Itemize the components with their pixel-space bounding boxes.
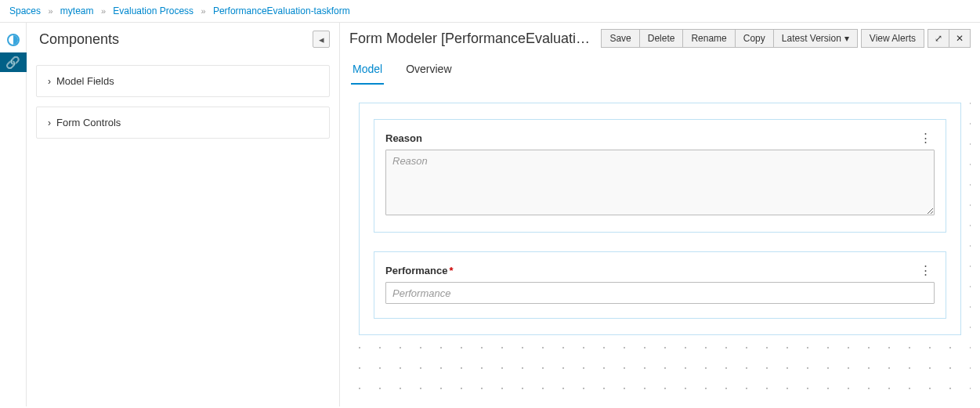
tab-overview[interactable]: Overview [404,58,453,85]
form-container: Reason ⋮ Performance* ⋮ [359,103,961,335]
close-button[interactable]: ✕ [949,29,971,48]
view-alerts-button[interactable]: View Alerts [861,29,924,48]
breadcrumb-taskform[interactable]: PerformanceEvaluation-taskform [213,5,350,16]
breadcrumb-sep: » [101,6,106,16]
breadcrumb-myteam[interactable]: myteam [60,5,94,16]
accordion-label: Form Controls [56,117,121,128]
project-explorer-icon[interactable]: 🔗 [0,52,27,72]
field-label-performance: Performance* [385,265,454,276]
breadcrumb-evalprocess[interactable]: Evaluation Process [113,5,193,16]
version-dropdown[interactable]: Latest Version▾ [773,29,858,48]
field-group-reason[interactable]: Reason ⋮ [374,119,946,233]
chevron-left-icon: ◂ [319,34,324,45]
delete-button[interactable]: Delete [639,29,683,48]
breadcrumb: Spaces » myteam » Evaluation Process » P… [0,0,980,22]
rename-button[interactable]: Rename [682,29,734,48]
breadcrumb-sep: » [201,6,205,16]
expand-button[interactable]: ⤢ [928,29,949,48]
breadcrumb-sep: » [48,6,52,16]
kebab-icon[interactable]: ⋮ [917,263,935,277]
required-indicator: * [449,265,453,276]
copy-button[interactable]: Copy [735,29,773,48]
expand-icon: ⤢ [935,33,942,44]
chevron-right-icon: › [48,117,51,128]
accordion-label: Model Fields [56,75,114,87]
version-label: Latest Version [782,33,841,44]
content-area: Form Modeler [PerformanceEvaluation-task… [340,23,980,406]
left-rail: 🔗 [0,23,27,406]
form-canvas[interactable]: Reason ⋮ Performance* ⋮ [349,93,971,399]
close-icon: ✕ [956,33,964,44]
accordion-form-controls[interactable]: › Form Controls [36,107,330,139]
breadcrumb-spaces[interactable]: Spaces [9,5,41,16]
save-button[interactable]: Save [601,29,638,48]
performance-input[interactable] [385,282,935,304]
kebab-icon[interactable]: ⋮ [917,131,935,145]
toolbar: Save Delete Rename Copy Latest Version▾ … [601,29,971,48]
page-title: Form Modeler [PerformanceEvaluation-task… [349,31,593,47]
reason-textarea[interactable] [385,150,935,215]
accordion-model-fields[interactable]: › Model Fields [36,65,330,97]
field-label-reason: Reason [385,132,422,144]
performance-label-text: Performance [385,265,447,276]
contrast-icon[interactable] [7,34,20,46]
chevron-down-icon: ▾ [844,33,849,44]
components-sidebar: Components ◂ › Model Fields › Form Contr… [27,23,340,406]
tab-model[interactable]: Model [351,58,384,85]
components-title: Components [39,31,119,48]
collapse-sidebar-button[interactable]: ◂ [313,31,330,48]
field-group-performance[interactable]: Performance* ⋮ [374,251,946,319]
tabs: Model Overview [340,52,980,85]
link-icon: 🔗 [5,56,20,68]
chevron-right-icon: › [48,76,51,87]
